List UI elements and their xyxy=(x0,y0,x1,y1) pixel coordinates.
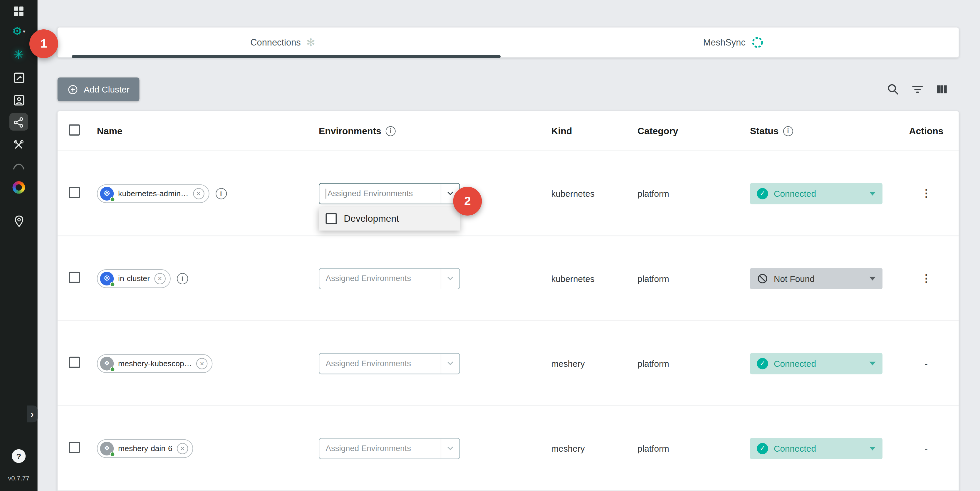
sidebar: ⚙▾ ✳ › ? v0.7.77 xyxy=(0,0,38,491)
row-checkbox[interactable] xyxy=(68,357,80,368)
environments-select[interactable]: Assigned Environments xyxy=(319,353,460,374)
connection-info-icon[interactable]: i xyxy=(215,188,226,199)
header-category: Category xyxy=(631,126,744,136)
users-icon[interactable] xyxy=(0,92,38,106)
row-checkbox[interactable] xyxy=(68,187,80,198)
status-chip[interactable]: ✓ Connected xyxy=(750,437,883,459)
status-label: Connected xyxy=(774,443,816,453)
tab-connections[interactable]: Connections ✻ xyxy=(57,28,508,57)
status-label: Connected xyxy=(774,358,816,368)
header-environments: Environmentsi xyxy=(313,126,545,136)
meshery-icon: ❖ xyxy=(100,442,114,455)
status-info-icon[interactable]: i xyxy=(783,126,793,136)
header-name: Name xyxy=(91,126,312,136)
option-checkbox[interactable] xyxy=(326,213,337,224)
add-cluster-label: Add Cluster xyxy=(84,84,130,94)
connected-check-icon: ✓ xyxy=(757,188,768,199)
table-row: ☸ kubernetes-admin… × i Assigned Environ… xyxy=(57,151,959,236)
app-window: ⚙▾ ✳ › ? v0.7.77 1 2 Connections ✻ xyxy=(0,0,980,491)
app-version: v0.7.77 xyxy=(0,474,38,482)
remove-connection-icon[interactable]: × xyxy=(177,443,188,454)
remove-connection-icon[interactable]: × xyxy=(154,273,165,284)
connection-chip[interactable]: ❖ meshery-kubescop… × xyxy=(97,354,213,373)
environments-placeholder: Assigned Environments xyxy=(319,274,441,283)
status-dot xyxy=(110,451,115,456)
connections-table: Name Environmentsi Kind Category Statusi… xyxy=(57,111,959,491)
add-cluster-button[interactable]: Add Cluster xyxy=(57,78,140,101)
location-pin-icon[interactable] xyxy=(0,214,38,228)
select-caret-icon[interactable] xyxy=(441,353,460,373)
kind-value: kubernetes xyxy=(545,273,631,283)
kind-value: meshery xyxy=(545,443,631,453)
toolbox-icon[interactable] xyxy=(0,137,38,151)
table-header-row: Name Environmentsi Kind Category Statusi… xyxy=(57,111,959,151)
search-icon[interactable] xyxy=(886,83,900,96)
select-caret-icon[interactable] xyxy=(441,269,460,288)
remove-connection-icon[interactable]: × xyxy=(196,358,207,369)
kind-value: meshery xyxy=(545,358,631,368)
row-actions-icon[interactable]: ⋮ xyxy=(921,273,932,284)
tab-meshsync[interactable]: MeshSync xyxy=(508,28,959,57)
row-actions-icon[interactable]: ⋮ xyxy=(921,188,932,199)
category-value: platform xyxy=(631,443,744,453)
step-badge-1[interactable]: 1 xyxy=(29,29,58,58)
environments-select[interactable]: Assigned Environments xyxy=(319,183,460,204)
dashboard-icon[interactable] xyxy=(0,4,38,17)
select-caret-icon[interactable] xyxy=(441,438,460,458)
connection-name: kubernetes-admin… xyxy=(118,189,188,198)
sidebar-expand-button[interactable]: › xyxy=(27,405,37,422)
connected-check-icon: ✓ xyxy=(757,358,768,369)
category-value: platform xyxy=(631,358,744,368)
row-checkbox[interactable] xyxy=(68,272,80,283)
status-caret-icon xyxy=(869,191,875,195)
status-chip[interactable]: ✓ Connected xyxy=(750,183,883,204)
environments-info-icon[interactable]: i xyxy=(386,126,396,136)
environment-option[interactable]: Development xyxy=(319,207,460,230)
select-all-checkbox[interactable] xyxy=(68,124,80,135)
arc-icon[interactable] xyxy=(0,158,38,172)
category-value: platform xyxy=(631,273,744,283)
connection-name: in-cluster xyxy=(118,274,150,283)
connection-info-icon[interactable]: i xyxy=(177,273,188,284)
connection-name: meshery-dain-6 xyxy=(118,444,172,453)
status-dot xyxy=(110,281,115,286)
header-actions: Actions xyxy=(894,126,959,136)
environments-dropdown: Development xyxy=(319,207,460,230)
chevron-down-icon: ▾ xyxy=(23,29,25,34)
connection-chip[interactable]: ☸ kubernetes-admin… × xyxy=(97,184,209,203)
tab-connections-label: Connections xyxy=(250,38,301,48)
help-icon[interactable]: ? xyxy=(12,449,25,463)
connections-tab-icon: ✻ xyxy=(306,36,315,49)
filter-icon[interactable] xyxy=(911,83,924,96)
status-caret-icon xyxy=(869,276,875,280)
integrations-wheel-icon[interactable] xyxy=(0,181,38,197)
status-chip[interactable]: Not Found xyxy=(750,268,883,289)
status-dot xyxy=(110,197,115,202)
step-badge-2[interactable]: 2 xyxy=(453,187,482,216)
status-chip[interactable]: ✓ Connected xyxy=(750,353,883,374)
status-label: Connected xyxy=(774,188,816,198)
environments-select[interactable]: Assigned Environments xyxy=(319,437,460,459)
active-tab-indicator xyxy=(72,55,501,58)
not-found-icon xyxy=(757,273,768,284)
meshery-icon: ❖ xyxy=(100,356,114,370)
environments-select[interactable]: Assigned Environments xyxy=(319,268,460,289)
connection-chip[interactable]: ❖ meshery-dain-6 × xyxy=(97,439,193,458)
remove-connection-icon[interactable]: × xyxy=(193,188,204,199)
connection-name: meshery-kubescop… xyxy=(118,359,192,368)
table-row: ❖ meshery-kubescop… × Assigned Environme… xyxy=(57,321,959,406)
connection-chip[interactable]: ☸ in-cluster × xyxy=(97,269,170,288)
connected-check-icon: ✓ xyxy=(757,443,768,454)
configuration-icon[interactable] xyxy=(0,70,38,84)
row-checkbox[interactable] xyxy=(68,442,80,453)
environments-placeholder: Assigned Environments xyxy=(326,189,441,198)
view-columns-icon[interactable] xyxy=(935,83,949,96)
mesh-network-icon[interactable] xyxy=(10,113,28,131)
tab-meshsync-label: MeshSync xyxy=(703,38,746,48)
header-status: Statusi xyxy=(744,126,894,136)
kubernetes-icon: ☸ xyxy=(100,186,114,200)
status-dot xyxy=(110,367,115,372)
actions-empty: - xyxy=(925,443,928,453)
environments-placeholder: Assigned Environments xyxy=(319,359,441,368)
status-caret-icon xyxy=(869,361,875,365)
